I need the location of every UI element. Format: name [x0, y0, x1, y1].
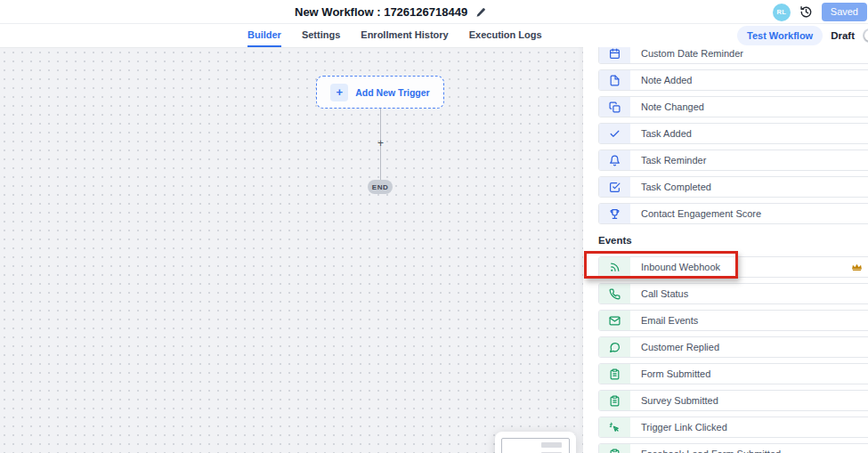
- avatar[interactable]: RL: [773, 4, 791, 21]
- plus-icon: +: [330, 84, 348, 101]
- trigger-item-label: Inbound Webhook: [641, 262, 720, 272]
- clipboard-icon: [599, 391, 630, 410]
- clipboard-icon: [599, 364, 630, 384]
- trigger-item-label: Email Events: [641, 315, 698, 326]
- chat-icon: [599, 337, 630, 357]
- end-node: END: [368, 180, 393, 194]
- trigger-item-label: Task Reminder: [641, 155, 706, 166]
- preview-card: [495, 432, 576, 453]
- trigger-item-note-added[interactable]: Note Added: [598, 69, 868, 91]
- test-workflow-button[interactable]: Test Workflow: [737, 26, 823, 45]
- header: New Workflow : 1726126718449 RL Saved: [0, 0, 868, 24]
- trigger-sidebar: Custom Date ReminderNote AddedNote Chang…: [583, 24, 868, 453]
- trigger-item-call-status[interactable]: Call Status: [598, 283, 868, 304]
- publish-toggle[interactable]: [863, 28, 868, 43]
- title-wrap: New Workflow : 1726126718449: [295, 0, 486, 24]
- check-icon: [599, 124, 630, 143]
- link-click-icon: [599, 417, 630, 437]
- trigger-item-form-submitted[interactable]: Form Submitted: [598, 363, 868, 384]
- trigger-item-label: Task Completed: [641, 182, 711, 192]
- trigger-item-label: Task Added: [641, 128, 692, 139]
- note-icon: [599, 70, 630, 90]
- trigger-item-label: Note Added: [641, 75, 693, 85]
- trigger-item-trigger-link-clicked[interactable]: Trigger Link Clicked: [598, 417, 868, 438]
- trigger-item-label: Form Submitted: [641, 368, 710, 379]
- tab-bar: Builder Settings Enrollment History Exec…: [247, 24, 542, 47]
- tab-settings[interactable]: Settings: [302, 24, 340, 47]
- envelope-icon: [599, 311, 630, 330]
- trigger-item-label: Call Status: [641, 288, 688, 299]
- saved-button[interactable]: Saved: [822, 3, 867, 21]
- add-action-button[interactable]: +: [375, 138, 386, 150]
- subheader: Builder Settings Enrollment History Exec…: [0, 24, 868, 47]
- trigger-item-label: Note Changed: [641, 101, 704, 112]
- phone-icon: [599, 284, 630, 303]
- trigger-item-task-completed[interactable]: Task Completed: [598, 176, 868, 198]
- trophy-icon: [599, 204, 630, 223]
- add-trigger-label: Add New Trigger: [355, 87, 429, 98]
- trigger-item-note-changed[interactable]: Note Changed: [598, 96, 868, 117]
- edit-title-icon[interactable]: [475, 7, 486, 18]
- history-icon[interactable]: [799, 5, 813, 19]
- tab-builder[interactable]: Builder: [247, 24, 281, 47]
- trigger-item-task-added[interactable]: Task Added: [598, 123, 868, 144]
- clipboard-icon: [599, 444, 630, 453]
- placeholder-bar: [541, 442, 562, 448]
- trigger-item-task-reminder[interactable]: Task Reminder: [598, 150, 868, 171]
- publish-controls: Test Workflow Draft Publish: [737, 24, 868, 47]
- section-header-events: Events: [598, 230, 868, 251]
- task-completed-icon: [599, 177, 630, 197]
- tab-enrollment-history[interactable]: Enrollment History: [361, 24, 448, 47]
- trigger-item-label: Survey Submitted: [641, 395, 718, 406]
- bell-icon: [599, 150, 630, 170]
- trigger-item-survey-submitted[interactable]: Survey Submitted: [598, 390, 868, 411]
- trigger-item-label: Contact Engagement Score: [641, 208, 761, 219]
- draft-label: Draft: [831, 30, 855, 41]
- webhook-icon: [599, 257, 630, 277]
- page-title: New Workflow : 1726126718449: [295, 5, 467, 19]
- workflow-canvas[interactable]: + Add New Trigger + END: [0, 47, 583, 453]
- trigger-item-customer-replied[interactable]: Customer Replied: [598, 336, 868, 358]
- trigger-item-inbound-webhook[interactable]: Inbound Webhook: [598, 256, 868, 278]
- tab-execution-logs[interactable]: Execution Logs: [469, 24, 542, 47]
- trigger-list: Custom Date ReminderNote AddedNote Chang…: [598, 43, 868, 453]
- trigger-item-label: Facebook Lead Form Submitted: [641, 449, 781, 453]
- add-new-trigger-button[interactable]: + Add New Trigger: [316, 76, 444, 109]
- trigger-item-contact-engagement-score[interactable]: Contact Engagement Score: [598, 203, 868, 224]
- note-changed-icon: [599, 97, 630, 117]
- header-right: RL Saved: [773, 0, 867, 24]
- trigger-item-email-events[interactable]: Email Events: [598, 310, 868, 331]
- trigger-item-label: Custom Date Reminder: [641, 48, 743, 59]
- crown-icon: [851, 263, 863, 271]
- trigger-item-label: Customer Replied: [641, 342, 719, 352]
- trigger-item-facebook-lead-form-submitted[interactable]: Facebook Lead Form Submitted: [598, 443, 868, 453]
- toggle-knob: [864, 30, 868, 41]
- trigger-item-label: Trigger Link Clicked: [641, 422, 727, 433]
- preview-frame: [501, 438, 570, 453]
